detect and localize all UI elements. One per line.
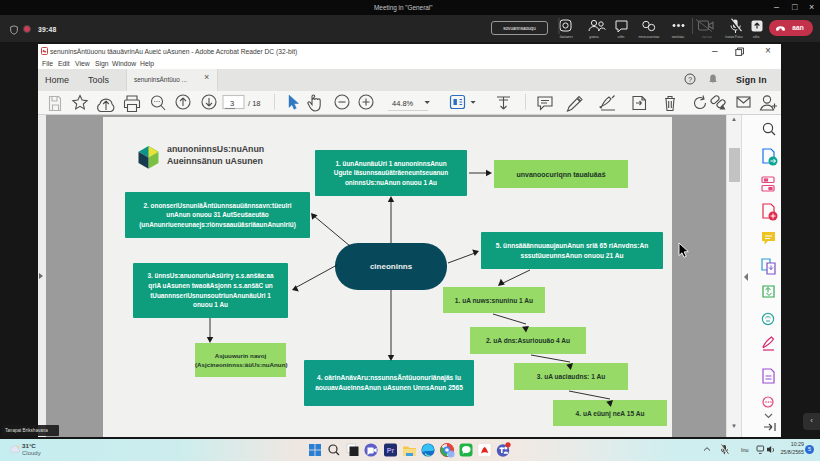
svg-text:3: 3 — [230, 99, 234, 108]
svg-text:Inu: Inu — [741, 447, 749, 453]
svg-text:?: ? — [688, 75, 692, 84]
svg-text:Pr: Pr — [387, 447, 395, 454]
svg-text:44.8%: 44.8% — [392, 99, 414, 108]
svg-text:/ 18: / 18 — [248, 99, 261, 108]
